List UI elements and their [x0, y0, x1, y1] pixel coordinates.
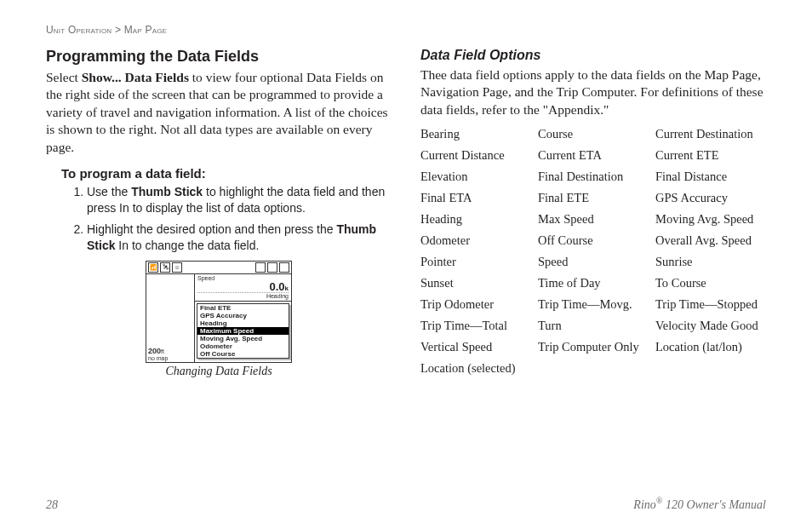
step1-bold: Thumb Stick	[131, 185, 203, 198]
option: Final Destination	[538, 170, 649, 184]
breadcrumb-section: Unit Operation	[46, 24, 112, 36]
scale-value: 200	[148, 347, 161, 355]
left-column: Programming the Data Fields Select Show.…	[46, 44, 392, 378]
menu-item: Heading	[197, 319, 289, 327]
option: Current ETA	[538, 148, 649, 163]
option: Course	[538, 127, 649, 141]
device-status-bar: 📶 🛰 ☺	[146, 262, 291, 274]
option: Current Destination	[655, 127, 766, 141]
right-intro: Thee data field options apply to the dat…	[420, 66, 766, 118]
heading-label: Heading	[197, 292, 289, 299]
right-column: Data Field Options Thee data field optio…	[420, 44, 766, 378]
option: Final ETE	[538, 191, 649, 205]
left-subheading: To program a data field:	[61, 166, 392, 181]
menu-item-selected: Maximum Speed	[197, 327, 289, 335]
product-pre: Rino	[633, 498, 655, 511]
device-screenshot: 📶 🛰 ☺ 200ft	[146, 261, 292, 363]
device-right-pane: Speed 0.0k Heading Final ETE GPS Accurac…	[195, 274, 291, 363]
option: Turn	[538, 319, 649, 333]
scale-unit: ft	[161, 348, 164, 354]
radio-icon: 🛰	[160, 262, 170, 273]
manual-page: Unit Operation > Map Page Programming th…	[0, 0, 812, 529]
menu-item: Off Course	[197, 350, 289, 358]
figure-caption: Changing Data Fields	[46, 365, 392, 378]
option: Max Speed	[538, 212, 649, 227]
menu-icon	[267, 262, 277, 273]
step-2: Highlight the desired option and then pr…	[87, 221, 392, 254]
option: Current ETE	[655, 148, 766, 163]
speed-value: 0.0	[269, 280, 284, 293]
option: Moving Avg. Speed	[655, 212, 766, 227]
person-icon: ☺	[172, 262, 182, 273]
option: Bearing	[420, 127, 531, 141]
option: Current Distance	[420, 148, 531, 163]
speed-k: k	[285, 285, 289, 292]
steps-list: Use the Thumb Stick to highlight the dat…	[61, 184, 392, 254]
device-body: 200ft no map Speed 0.0k Heading Fi	[146, 274, 291, 363]
step1-pre: Use the	[87, 185, 131, 198]
data-field-menu: Final ETE GPS Accuracy Heading Maximum S…	[197, 303, 289, 359]
option: Time of Day	[538, 276, 649, 290]
menu-item: Odometer	[197, 342, 289, 350]
status-left-icons: 📶 🛰 ☺	[148, 262, 182, 273]
intro-bold: Show... Data Fields	[82, 70, 189, 84]
left-heading: Programming the Data Fields	[46, 48, 392, 66]
option: Overall Avg. Speed	[655, 233, 766, 248]
signal-icon: 📶	[148, 262, 158, 273]
device-map-area: 200ft no map	[146, 274, 195, 363]
option: Off Course	[538, 233, 649, 248]
menu-item: GPS Accuracy	[197, 312, 289, 319]
option: Trip Time—Movg.	[538, 297, 649, 312]
option: Location (lat/lon)	[655, 340, 766, 354]
option: Odometer	[420, 233, 531, 248]
option: Final ETA	[420, 191, 531, 205]
breadcrumb-separator: >	[115, 24, 121, 36]
option: Speed	[538, 255, 649, 269]
menu-item: Final ETE	[197, 304, 289, 312]
intro-pre: Select	[46, 70, 82, 84]
option: Trip Time—Total	[420, 319, 531, 333]
option: Trip Odometer	[420, 297, 531, 312]
close-icon	[279, 262, 289, 273]
page-number: 28	[46, 498, 58, 512]
right-heading: Data Field Options	[420, 48, 766, 63]
option	[655, 361, 766, 376]
speed-field: Speed 0.0k Heading	[195, 274, 291, 302]
option: Vertical Speed	[420, 340, 531, 354]
option: Pointer	[420, 255, 531, 269]
option: To Course	[655, 276, 766, 290]
product-post: 120 Owner's Manual	[662, 498, 766, 511]
product-title: Rino® 120 Owner's Manual	[633, 496, 766, 512]
option: Elevation	[420, 170, 531, 184]
left-intro: Select Show... Data Fields to view four …	[46, 69, 392, 156]
content-columns: Programming the Data Fields Select Show.…	[46, 44, 766, 378]
map-scale: 200ft no map	[148, 348, 168, 361]
step2-pre: Highlight the desired option and then pr…	[87, 222, 336, 236]
option	[538, 361, 649, 376]
data-field-options-table: Bearing Course Current Destination Curre…	[420, 127, 766, 376]
figure: 📶 🛰 ☺ 200ft	[46, 261, 392, 378]
option: Heading	[420, 212, 531, 227]
option: Final Distance	[655, 170, 766, 184]
option: Velocity Made Good	[655, 319, 766, 333]
page-footer: 28 Rino® 120 Owner's Manual	[46, 496, 766, 512]
no-map-label: no map	[148, 355, 168, 361]
option: GPS Accuracy	[655, 191, 766, 205]
option: Sunrise	[655, 255, 766, 269]
option: Trip Time—Stopped	[655, 297, 766, 312]
option: Trip Computer Only	[538, 340, 649, 354]
speed-value-row: 0.0k	[197, 281, 289, 292]
breadcrumb-page: Map Page	[124, 24, 168, 36]
battery-icon	[255, 262, 266, 273]
breadcrumb: Unit Operation > Map Page	[46, 24, 766, 36]
status-right-icons	[255, 262, 289, 273]
step-1: Use the Thumb Stick to highlight the dat…	[87, 184, 392, 216]
option: Location (selected)	[420, 361, 531, 376]
menu-item: Moving Avg. Speed	[197, 335, 289, 342]
option: Sunset	[420, 276, 531, 290]
step2-post: In to change the data field.	[115, 239, 259, 252]
